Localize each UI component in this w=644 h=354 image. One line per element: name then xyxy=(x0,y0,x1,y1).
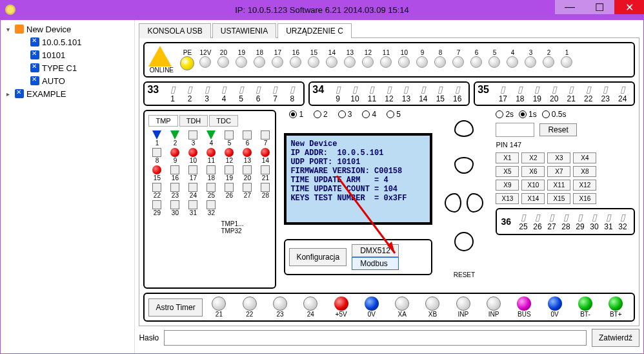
nav-right-button[interactable] xyxy=(467,193,483,213)
selector-radio[interactable]: 1 xyxy=(289,110,303,119)
tmp-cell[interactable]: 16 xyxy=(166,165,183,182)
tmp-cell[interactable]: 9 xyxy=(166,148,183,164)
selector-radio[interactable]: 3 xyxy=(338,110,352,119)
tmp-cell[interactable]: 32 xyxy=(203,200,219,216)
selector-radio[interactable]: 5 xyxy=(387,110,401,119)
selector-radio[interactable]: 4 xyxy=(362,110,376,119)
timing-radio[interactable]: 0.5s xyxy=(542,110,567,119)
x-button[interactable]: X12 xyxy=(573,180,596,191)
tmp-cell[interactable]: 13 xyxy=(239,148,256,164)
switch-icon[interactable]: ▯ xyxy=(518,84,523,94)
tmp-cell[interactable]: 1 xyxy=(148,130,165,147)
nav-left-button[interactable] xyxy=(445,193,461,213)
tmp-cell[interactable]: 5 xyxy=(221,130,237,147)
tmp-cell[interactable]: 27 xyxy=(239,183,256,199)
tmp-cell[interactable]: 17 xyxy=(185,165,201,182)
konfiguracja-button[interactable]: Konfiguracja xyxy=(289,248,347,266)
tmp-cell[interactable]: 20 xyxy=(239,165,256,182)
x-button[interactable]: X15 xyxy=(547,193,570,204)
tmp-cell[interactable]: 28 xyxy=(257,183,274,199)
x-button[interactable]: X11 xyxy=(547,180,570,191)
tree-item[interactable]: 10.0.5.101 xyxy=(1,36,134,48)
tmp-cell[interactable]: 3 xyxy=(185,130,201,147)
selector-radio[interactable]: 2 xyxy=(314,110,328,119)
switch-icon[interactable]: ▯ xyxy=(592,212,597,222)
switch-icon[interactable]: ▯ xyxy=(403,84,408,94)
tmp-cell[interactable]: 22 xyxy=(148,183,165,199)
timing-radio[interactable]: 2s xyxy=(496,110,514,119)
switch-icon[interactable]: ▯ xyxy=(521,212,526,222)
tmp-cell[interactable]: 29 xyxy=(148,200,165,216)
switch-icon[interactable]: ▯ xyxy=(369,84,374,94)
switch-icon[interactable]: ▯ xyxy=(387,84,392,94)
tmp-cell[interactable]: 15 xyxy=(148,165,165,182)
tree-item[interactable]: ▾New Device xyxy=(1,23,134,36)
switch-icon[interactable]: ▯ xyxy=(455,84,460,94)
tmp-cell[interactable]: 18 xyxy=(203,165,219,182)
x-button[interactable]: X13 xyxy=(496,193,519,204)
switch-icon[interactable]: ▯ xyxy=(239,84,244,94)
tmp-cell[interactable]: 6 xyxy=(239,130,256,147)
astro-timer-button[interactable]: Astro Timer xyxy=(148,298,202,317)
tmp-cell[interactable]: 26 xyxy=(221,183,237,199)
x-button[interactable]: X10 xyxy=(521,180,545,191)
switch-icon[interactable]: ▯ xyxy=(352,84,357,94)
tab-ustawienia[interactable]: USTAWIENIA xyxy=(212,23,276,38)
tmp-tab[interactable]: TDC xyxy=(209,115,238,127)
tmp-tab[interactable]: TDH xyxy=(179,115,208,127)
switch-icon[interactable]: ▯ xyxy=(438,84,443,94)
x-button[interactable]: X8 xyxy=(573,166,596,177)
switch-icon[interactable]: ▯ xyxy=(549,212,554,222)
tmp-cell[interactable]: 30 xyxy=(166,200,183,216)
tree-item[interactable]: TYPE C1 xyxy=(1,61,134,74)
dmx512-button[interactable]: DMX512 xyxy=(352,244,399,257)
x-button[interactable]: X1 xyxy=(496,152,519,163)
switch-icon[interactable]: ▯ xyxy=(578,212,583,222)
switch-icon[interactable]: ▯ xyxy=(552,84,557,94)
tmp-cell[interactable]: 8 xyxy=(148,148,165,164)
switch-icon[interactable]: ▯ xyxy=(535,212,540,222)
switch-icon[interactable]: ▯ xyxy=(586,84,591,94)
x-button[interactable]: X6 xyxy=(521,166,545,177)
switch-icon[interactable]: ▯ xyxy=(606,212,611,222)
tmp-cell[interactable]: 10 xyxy=(185,148,201,164)
confirm-button[interactable]: Zatwierdź xyxy=(592,329,639,347)
tmp-cell[interactable]: 19 xyxy=(221,165,237,182)
switch-icon[interactable]: ▯ xyxy=(421,84,426,94)
switch-icon[interactable]: ▯ xyxy=(620,84,625,94)
switch-icon[interactable]: ▯ xyxy=(256,84,261,94)
reset-button[interactable] xyxy=(454,232,474,251)
x-button[interactable]: X4 xyxy=(573,152,596,163)
switch-icon[interactable]: ▯ xyxy=(534,84,539,94)
x-button[interactable]: X16 xyxy=(573,193,596,204)
minimize-button[interactable]: — xyxy=(555,0,585,14)
switch-icon[interactable]: ▯ xyxy=(290,84,295,94)
x-button[interactable]: X3 xyxy=(547,152,570,163)
x-button[interactable]: X14 xyxy=(521,193,545,204)
switch-icon[interactable]: ▯ xyxy=(500,84,505,94)
nav-down-button[interactable] xyxy=(454,157,474,174)
tmp-cell[interactable]: 2 xyxy=(166,130,183,147)
tmp-cell[interactable]: 21 xyxy=(257,165,274,182)
switch-icon[interactable]: ▯ xyxy=(205,84,210,94)
tmp-cell[interactable]: 14 xyxy=(257,148,274,164)
tab-urządzenie-c[interactable]: URZĄDZENIE C xyxy=(277,23,352,38)
switch-icon[interactable]: ▯ xyxy=(221,84,226,94)
switch-icon[interactable]: ▯ xyxy=(620,212,625,222)
maximize-button[interactable]: ☐ xyxy=(585,0,614,14)
switch-icon[interactable]: ▯ xyxy=(569,84,574,94)
switch-icon[interactable]: ▯ xyxy=(170,84,176,94)
tmp-cell[interactable]: 4 xyxy=(203,130,219,147)
x-button[interactable]: X5 xyxy=(496,166,519,177)
x-button[interactable]: X7 xyxy=(547,166,570,177)
tab-konsola-usb[interactable]: KONSOLA USB xyxy=(139,23,210,38)
switch-icon[interactable]: ▯ xyxy=(563,212,569,222)
tree-item[interactable]: ▸EXAMPLE xyxy=(1,87,134,100)
tree-item[interactable]: AUTO xyxy=(1,74,134,87)
pin-input[interactable] xyxy=(496,123,534,137)
switch-icon[interactable]: ▯ xyxy=(187,84,192,94)
tmp-cell[interactable]: 31 xyxy=(185,200,201,216)
tree-item[interactable]: 10101 xyxy=(1,48,134,61)
reset-pin-button[interactable]: Reset xyxy=(539,123,576,136)
modbus-button[interactable]: Modbus xyxy=(352,257,399,270)
